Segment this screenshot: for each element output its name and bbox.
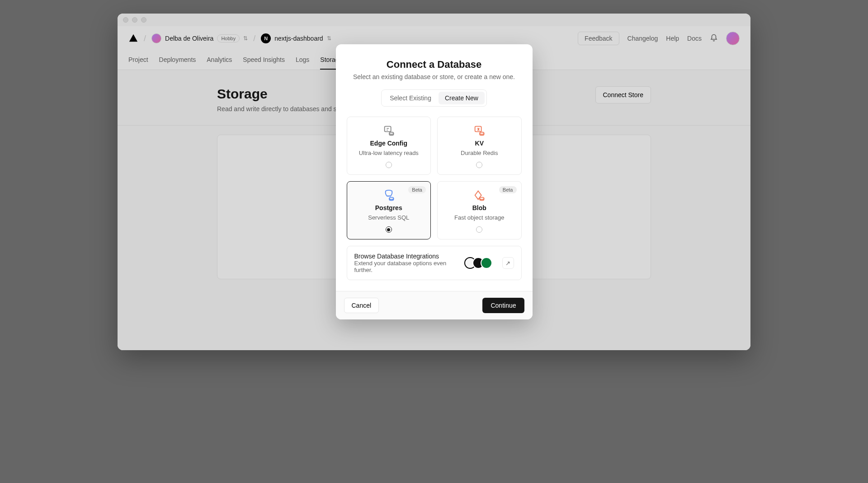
radio-postgres[interactable] xyxy=(386,226,392,233)
segmented-control: Select Existing Create New xyxy=(347,89,522,107)
radio-blob[interactable] xyxy=(476,226,482,233)
svg-point-5 xyxy=(480,197,484,200)
external-link-icon[interactable]: ↗ xyxy=(502,257,514,269)
card-title: KV xyxy=(475,140,484,147)
postgres-icon xyxy=(382,189,395,202)
card-desc: Fast object storage xyxy=(454,214,505,221)
database-options-grid: Edge Config Ultra-low latency reads KV D… xyxy=(347,117,522,239)
card-title: Blob xyxy=(472,204,486,211)
modal-footer: Cancel Continue xyxy=(336,291,533,319)
kv-icon xyxy=(473,124,486,137)
modal-title: Connect a Database xyxy=(347,59,522,70)
modal-subtitle: Select an existing database or store, or… xyxy=(347,73,522,80)
card-title: Postgres xyxy=(375,204,402,211)
card-desc: Ultra-low latency reads xyxy=(359,150,419,156)
svg-rect-0 xyxy=(384,127,391,132)
svg-point-1 xyxy=(389,132,393,135)
edge-config-icon xyxy=(382,124,395,137)
card-blob[interactable]: Beta Blob Fast object storage xyxy=(437,181,522,239)
card-desc: Serverless SQL xyxy=(368,214,409,221)
svg-point-3 xyxy=(480,132,484,135)
browse-desc: Extend your database options even furthe… xyxy=(354,260,459,273)
beta-badge: Beta xyxy=(499,186,517,193)
radio-edge-config[interactable] xyxy=(386,162,392,168)
browse-title: Browse Database Integrations xyxy=(354,253,459,260)
beta-badge: Beta xyxy=(408,186,426,193)
seg-select-existing[interactable]: Select Existing xyxy=(383,92,438,104)
integration-logos xyxy=(464,257,492,269)
card-desc: Durable Redis xyxy=(461,150,498,156)
card-edge-config[interactable]: Edge Config Ultra-low latency reads xyxy=(347,117,431,175)
connect-database-modal: Connect a Database Select an existing da… xyxy=(336,44,533,319)
cancel-button[interactable]: Cancel xyxy=(344,298,379,313)
seg-create-new[interactable]: Create New xyxy=(439,92,485,104)
modal-overlay[interactable]: Connect a Database Select an existing da… xyxy=(118,14,750,350)
blob-icon xyxy=(473,189,486,202)
app-window: / Delba de Oliveira Hobby ⇅ / N nextjs-d… xyxy=(118,14,750,350)
integration-logo-icon xyxy=(481,257,492,269)
browse-integrations-row[interactable]: Browse Database Integrations Extend your… xyxy=(347,246,522,280)
card-kv[interactable]: KV Durable Redis xyxy=(437,117,522,175)
card-postgres[interactable]: Beta Postgres Serverless SQL xyxy=(347,181,431,239)
continue-button[interactable]: Continue xyxy=(482,298,524,313)
card-title: Edge Config xyxy=(370,140,407,147)
radio-kv[interactable] xyxy=(476,162,482,168)
svg-point-4 xyxy=(389,197,393,200)
modal-body: Connect a Database Select an existing da… xyxy=(336,44,533,291)
